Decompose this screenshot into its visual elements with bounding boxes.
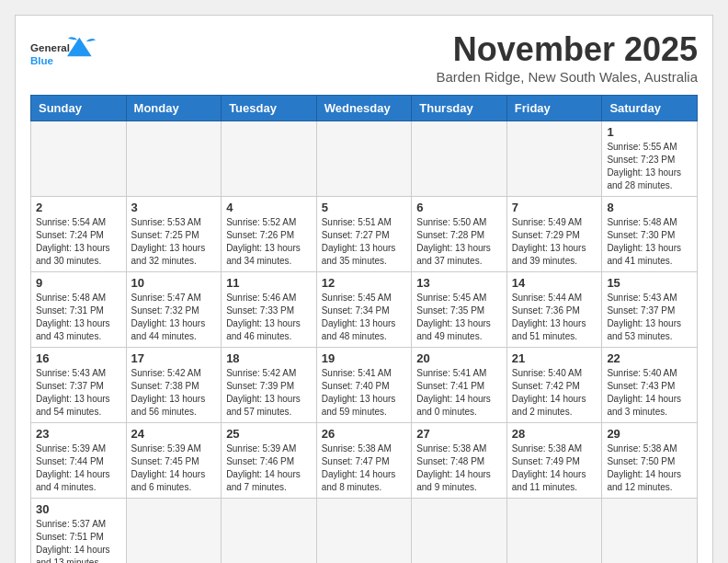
calendar-day-cell: 9Sunrise: 5:48 AM Sunset: 7:31 PM Daylig… (31, 272, 127, 348)
month-title: November 2025 (436, 30, 698, 69)
calendar-day-cell: 7Sunrise: 5:49 AM Sunset: 7:29 PM Daylig… (506, 197, 602, 272)
calendar-week-row: 16Sunrise: 5:43 AM Sunset: 7:37 PM Dayli… (31, 348, 698, 423)
day-number: 26 (322, 427, 407, 441)
day-number: 9 (36, 276, 121, 290)
day-number: 14 (512, 276, 597, 290)
calendar-day-cell (506, 499, 602, 564)
calendar-day-cell: 21Sunrise: 5:40 AM Sunset: 7:42 PM Dayli… (506, 348, 602, 423)
day-info: Sunrise: 5:39 AM Sunset: 7:46 PM Dayligh… (226, 442, 312, 494)
calendar-day-cell (316, 121, 412, 197)
logo: General Blue (30, 30, 104, 86)
calendar-day-cell (506, 121, 602, 197)
day-info: Sunrise: 5:38 AM Sunset: 7:47 PM Dayligh… (322, 442, 407, 494)
calendar-day-cell: 17Sunrise: 5:42 AM Sunset: 7:38 PM Dayli… (126, 348, 222, 423)
day-info: Sunrise: 5:41 AM Sunset: 7:40 PM Dayligh… (322, 367, 407, 419)
day-number: 23 (36, 427, 121, 441)
calendar-day-cell: 16Sunrise: 5:43 AM Sunset: 7:37 PM Dayli… (31, 348, 127, 423)
day-info: Sunrise: 5:40 AM Sunset: 7:42 PM Dayligh… (512, 367, 597, 419)
day-info: Sunrise: 5:44 AM Sunset: 7:36 PM Dayligh… (512, 292, 597, 343)
day-info: Sunrise: 5:54 AM Sunset: 7:24 PM Dayligh… (36, 216, 121, 268)
calendar-day-cell: 20Sunrise: 5:41 AM Sunset: 7:41 PM Dayli… (412, 348, 507, 423)
calendar-day-cell (316, 499, 412, 564)
calendar-week-row: 2Sunrise: 5:54 AM Sunset: 7:24 PM Daylig… (31, 197, 698, 272)
calendar-day-cell: 24Sunrise: 5:39 AM Sunset: 7:45 PM Dayli… (126, 423, 222, 499)
calendar-day-cell: 28Sunrise: 5:38 AM Sunset: 7:49 PM Dayli… (506, 423, 602, 499)
day-info: Sunrise: 5:38 AM Sunset: 7:49 PM Dayligh… (512, 442, 597, 494)
day-of-week-header: Thursday (412, 96, 507, 121)
day-number: 21 (512, 351, 597, 365)
day-info: Sunrise: 5:43 AM Sunset: 7:37 PM Dayligh… (607, 292, 692, 343)
day-number: 7 (512, 201, 597, 214)
calendar-week-row: 1Sunrise: 5:55 AM Sunset: 7:23 PM Daylig… (31, 121, 698, 197)
day-of-week-header: Monday (126, 96, 222, 121)
calendar-day-cell: 15Sunrise: 5:43 AM Sunset: 7:37 PM Dayli… (602, 272, 698, 348)
day-number: 15 (607, 276, 692, 290)
day-info: Sunrise: 5:39 AM Sunset: 7:45 PM Dayligh… (131, 442, 217, 494)
calendar-day-cell: 29Sunrise: 5:38 AM Sunset: 7:50 PM Dayli… (602, 423, 698, 499)
day-number: 6 (416, 201, 502, 214)
logo-svg: General Blue (30, 30, 104, 86)
day-info: Sunrise: 5:53 AM Sunset: 7:25 PM Dayligh… (131, 216, 217, 268)
calendar-header-row: SundayMondayTuesdayWednesdayThursdayFrid… (31, 96, 698, 121)
calendar-day-cell (31, 121, 127, 197)
calendar-day-cell: 3Sunrise: 5:53 AM Sunset: 7:25 PM Daylig… (126, 197, 222, 272)
location: Barden Ridge, New South Wales, Australia (436, 69, 698, 85)
calendar-week-row: 23Sunrise: 5:39 AM Sunset: 7:44 PM Dayli… (31, 423, 698, 499)
calendar-day-cell: 23Sunrise: 5:39 AM Sunset: 7:44 PM Dayli… (31, 423, 127, 499)
day-info: Sunrise: 5:43 AM Sunset: 7:37 PM Dayligh… (36, 367, 121, 419)
day-info: Sunrise: 5:42 AM Sunset: 7:38 PM Dayligh… (131, 367, 217, 419)
calendar-day-cell: 10Sunrise: 5:47 AM Sunset: 7:32 PM Dayli… (126, 272, 222, 348)
calendar-day-cell: 8Sunrise: 5:48 AM Sunset: 7:30 PM Daylig… (602, 197, 698, 272)
calendar-day-cell: 12Sunrise: 5:45 AM Sunset: 7:34 PM Dayli… (316, 272, 412, 348)
title-block: November 2025 Barden Ridge, New South Wa… (436, 30, 698, 85)
day-of-week-header: Friday (506, 96, 602, 121)
day-number: 16 (36, 351, 121, 365)
day-number: 12 (322, 276, 407, 290)
day-info: Sunrise: 5:40 AM Sunset: 7:43 PM Dayligh… (607, 367, 692, 419)
day-info: Sunrise: 5:49 AM Sunset: 7:29 PM Dayligh… (512, 216, 597, 268)
day-number: 20 (416, 351, 502, 365)
calendar-day-cell: 19Sunrise: 5:41 AM Sunset: 7:40 PM Dayli… (316, 348, 412, 423)
calendar-day-cell (126, 121, 222, 197)
calendar-day-cell: 14Sunrise: 5:44 AM Sunset: 7:36 PM Dayli… (506, 272, 602, 348)
day-number: 27 (416, 427, 502, 441)
calendar-week-row: 9Sunrise: 5:48 AM Sunset: 7:31 PM Daylig… (31, 272, 698, 348)
day-of-week-header: Sunday (31, 96, 127, 121)
day-info: Sunrise: 5:48 AM Sunset: 7:30 PM Dayligh… (607, 216, 692, 268)
svg-text:Blue: Blue (30, 55, 54, 66)
day-info: Sunrise: 5:55 AM Sunset: 7:23 PM Dayligh… (607, 141, 692, 192)
day-number: 1 (607, 125, 692, 139)
day-number: 29 (607, 427, 692, 441)
calendar-day-cell: 1Sunrise: 5:55 AM Sunset: 7:23 PM Daylig… (602, 121, 698, 197)
calendar-week-row: 30Sunrise: 5:37 AM Sunset: 7:51 PM Dayli… (31, 499, 698, 564)
day-info: Sunrise: 5:46 AM Sunset: 7:33 PM Dayligh… (226, 292, 312, 343)
day-number: 24 (131, 427, 217, 441)
day-info: Sunrise: 5:47 AM Sunset: 7:32 PM Dayligh… (131, 292, 217, 343)
day-info: Sunrise: 5:51 AM Sunset: 7:27 PM Dayligh… (322, 216, 407, 268)
calendar-day-cell (412, 121, 507, 197)
day-number: 13 (416, 276, 502, 290)
calendar-day-cell: 27Sunrise: 5:38 AM Sunset: 7:48 PM Dayli… (412, 423, 507, 499)
day-of-week-header: Saturday (602, 96, 698, 121)
calendar-day-cell (412, 499, 507, 564)
day-info: Sunrise: 5:38 AM Sunset: 7:48 PM Dayligh… (416, 442, 502, 494)
day-number: 18 (226, 351, 312, 365)
calendar-day-cell: 6Sunrise: 5:50 AM Sunset: 7:28 PM Daylig… (412, 197, 507, 272)
calendar-day-cell (126, 499, 222, 564)
day-number: 28 (512, 427, 597, 441)
calendar-day-cell: 22Sunrise: 5:40 AM Sunset: 7:43 PM Dayli… (602, 348, 698, 423)
day-number: 5 (322, 201, 407, 214)
calendar-day-cell: 5Sunrise: 5:51 AM Sunset: 7:27 PM Daylig… (316, 197, 412, 272)
day-info: Sunrise: 5:41 AM Sunset: 7:41 PM Dayligh… (416, 367, 502, 419)
calendar-day-cell: 26Sunrise: 5:38 AM Sunset: 7:47 PM Dayli… (316, 423, 412, 499)
calendar-day-cell: 18Sunrise: 5:42 AM Sunset: 7:39 PM Dayli… (222, 348, 317, 423)
calendar-table: SundayMondayTuesdayWednesdayThursdayFrid… (30, 95, 698, 563)
day-number: 4 (226, 201, 312, 214)
calendar-day-cell (222, 499, 317, 564)
header: General Blue November 2025 Barden Ridge,… (30, 30, 698, 86)
day-info: Sunrise: 5:39 AM Sunset: 7:44 PM Dayligh… (36, 442, 121, 494)
day-number: 3 (131, 201, 217, 214)
day-info: Sunrise: 5:48 AM Sunset: 7:31 PM Dayligh… (36, 292, 121, 343)
day-number: 11 (226, 276, 312, 290)
calendar-day-cell: 2Sunrise: 5:54 AM Sunset: 7:24 PM Daylig… (31, 197, 127, 272)
